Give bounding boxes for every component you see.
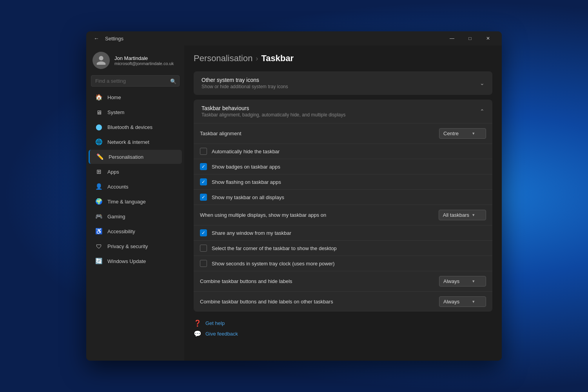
sidebar-label-windows-update: Windows Update <box>107 258 146 264</box>
minimize-button[interactable]: — <box>443 31 461 45</box>
home-icon: 🏠 <box>95 93 103 101</box>
far-corner-label: Select the far corner of the taskbar to … <box>212 245 337 251</box>
get-help-link[interactable]: ❓ Get help <box>194 319 492 327</box>
share-window-row: Share any window from my taskbar <box>194 225 492 240</box>
auto-hide-checkbox[interactable] <box>200 148 207 155</box>
window-controls: — □ ✕ <box>443 31 497 45</box>
far-corner-checkbox[interactable] <box>200 245 207 252</box>
system-tray-chevron: ⌄ <box>480 80 485 86</box>
profile-section: Jon Martindale microsoft@jonmartindale.c… <box>86 45 184 74</box>
main-layout: Jon Martindale microsoft@jonmartindale.c… <box>86 45 502 361</box>
taskbar-alignment-row: Taskbar alignment Centre ▾ <box>194 123 492 143</box>
sidebar-item-privacy[interactable]: 🛡 Privacy & security <box>89 239 182 253</box>
combine-buttons-other-dropdown[interactable]: Always ▾ <box>439 296 486 307</box>
sidebar-item-bluetooth[interactable]: ⬤ Bluetooth & devices <box>89 120 182 134</box>
breadcrumb-current: Taskbar <box>261 53 294 64</box>
sidebar-label-accessibility: Accessibility <box>107 229 135 234</box>
profile-name: Jon Martindale <box>114 55 174 61</box>
gaming-icon: 🎮 <box>95 212 103 220</box>
show-seconds-row: Show seconds in system tray clock (uses … <box>194 256 492 271</box>
sidebar-item-system[interactable]: 🖥 System <box>89 105 182 119</box>
sidebar-item-time[interactable]: 🌍 Time & language <box>89 194 182 209</box>
accessibility-icon: ♿ <box>95 227 103 235</box>
share-window-checkbox[interactable] <box>200 229 207 236</box>
show-flashing-checkbox[interactable] <box>200 178 207 185</box>
personalisation-icon: ✏️ <box>96 153 104 161</box>
show-all-displays-checkbox[interactable] <box>200 194 207 201</box>
show-all-displays-row: Show my taskbar on all displays <box>194 189 492 205</box>
sidebar-label-apps: Apps <box>107 169 119 175</box>
sidebar-item-gaming[interactable]: 🎮 Gaming <box>89 209 182 223</box>
search-input[interactable] <box>91 75 180 87</box>
multiple-displays-dropdown[interactable]: All taskbars ▾ <box>439 210 486 220</box>
multiple-displays-label: When using multiple displays, show my ta… <box>200 212 326 218</box>
network-icon: 🌐 <box>95 138 103 146</box>
combine-buttons-other-row: Combine taskbar buttons and hide labels … <box>194 291 492 312</box>
system-tray-subtitle: Show or hide additional system tray icon… <box>201 84 288 89</box>
combine-buttons-dropdown[interactable]: Always ▾ <box>439 276 486 287</box>
sidebar-item-personalisation[interactable]: ✏️ Personalisation <box>89 150 182 164</box>
system-tray-title-group: Other system tray icons Show or hide add… <box>201 77 288 89</box>
sidebar-item-windows-update[interactable]: 🔄 Windows Update <box>89 254 182 268</box>
sidebar-item-network[interactable]: 🌐 Network & internet <box>89 135 182 149</box>
auto-hide-label: Automatically hide the taskbar <box>212 149 279 154</box>
sidebar-item-apps[interactable]: ⊞ Apps <box>89 165 182 179</box>
content-area: Personalisation › Taskbar Other system t… <box>184 45 502 361</box>
show-flashing-label: Show flashing on taskbar apps <box>212 179 281 185</box>
profile-email: microsoft@jonmartindale.co.uk <box>114 61 174 66</box>
sidebar-label-home: Home <box>107 94 121 100</box>
show-seconds-checkbox[interactable] <box>200 260 207 267</box>
taskbar-behaviours-header[interactable]: Taskbar behaviours Taskbar alignment, ba… <box>194 100 492 123</box>
sidebar-label-personalisation: Personalisation <box>109 154 143 160</box>
sidebar-label-gaming: Gaming <box>107 214 125 220</box>
footer-links: ❓ Get help 💬 Give feedback <box>194 319 492 338</box>
share-window-label: Share any window from my taskbar <box>212 230 291 236</box>
taskbar-behaviours-section: Taskbar behaviours Taskbar alignment, ba… <box>194 100 492 312</box>
time-icon: 🌍 <box>95 198 103 205</box>
system-tray-title: Other system tray icons <box>201 77 288 83</box>
sidebar-label-time: Time & language <box>107 199 146 205</box>
taskbar-alignment-value: Centre <box>443 131 459 136</box>
window-title: Settings <box>105 36 443 42</box>
sidebar: Jon Martindale microsoft@jonmartindale.c… <box>86 45 184 361</box>
combine-buttons-row: Combine taskbar buttons and hide labels … <box>194 271 492 291</box>
breadcrumb-parent[interactable]: Personalisation <box>194 53 252 64</box>
profile-info: Jon Martindale microsoft@jonmartindale.c… <box>114 55 174 66</box>
show-badges-label: Show badges on taskbar apps <box>212 164 280 170</box>
show-all-displays-label: Show my taskbar on all displays <box>212 194 284 200</box>
taskbar-behaviours-title: Taskbar behaviours <box>201 105 346 111</box>
taskbar-behaviours-chevron: ⌃ <box>480 108 485 114</box>
combine-buttons-label: Combine taskbar buttons and hide labels <box>200 278 292 284</box>
sidebar-label-bluetooth: Bluetooth & devices <box>107 124 152 130</box>
get-help-icon: ❓ <box>194 319 201 327</box>
back-button[interactable]: ← <box>91 33 102 44</box>
combine-buttons-value: Always <box>443 278 459 284</box>
multiple-displays-value: All taskbars <box>443 212 469 218</box>
close-button[interactable]: ✕ <box>479 31 497 45</box>
give-feedback-icon: 💬 <box>194 330 201 338</box>
windows-update-icon: 🔄 <box>95 257 103 265</box>
breadcrumb-separator: › <box>256 54 258 63</box>
taskbar-alignment-dropdown[interactable]: Centre ▾ <box>439 128 486 139</box>
sidebar-item-accessibility[interactable]: ♿ Accessibility <box>89 224 182 238</box>
sidebar-item-home[interactable]: 🏠 Home <box>89 90 182 104</box>
far-corner-row: Select the far corner of the taskbar to … <box>194 240 492 256</box>
taskbar-behaviours-subtitle: Taskbar alignment, badging, automaticall… <box>201 112 346 118</box>
breadcrumb: Personalisation › Taskbar <box>194 53 492 64</box>
title-bar: ← Settings — □ ✕ <box>86 31 502 45</box>
combine-buttons-other-label: Combine taskbar buttons and hide labels … <box>200 299 333 305</box>
show-badges-checkbox[interactable] <box>200 163 207 170</box>
give-feedback-link[interactable]: 💬 Give feedback <box>194 330 492 338</box>
privacy-icon: 🛡 <box>95 242 103 250</box>
dropdown-arrow-multiple: ▾ <box>472 212 475 218</box>
multiple-displays-row: When using multiple displays, show my ta… <box>194 205 492 225</box>
sidebar-item-accounts[interactable]: 👤 Accounts <box>89 180 182 194</box>
search-icon: 🔍 <box>170 78 176 84</box>
accounts-icon: 👤 <box>95 183 103 191</box>
dropdown-arrow-alignment: ▾ <box>472 131 475 136</box>
get-help-label: Get help <box>205 320 225 326</box>
maximize-button[interactable]: □ <box>461 31 479 45</box>
settings-window: ← Settings — □ ✕ Jon Martindale microsof… <box>86 31 502 361</box>
show-badges-row: Show badges on taskbar apps <box>194 159 492 174</box>
system-tray-header[interactable]: Other system tray icons Show or hide add… <box>194 71 492 95</box>
